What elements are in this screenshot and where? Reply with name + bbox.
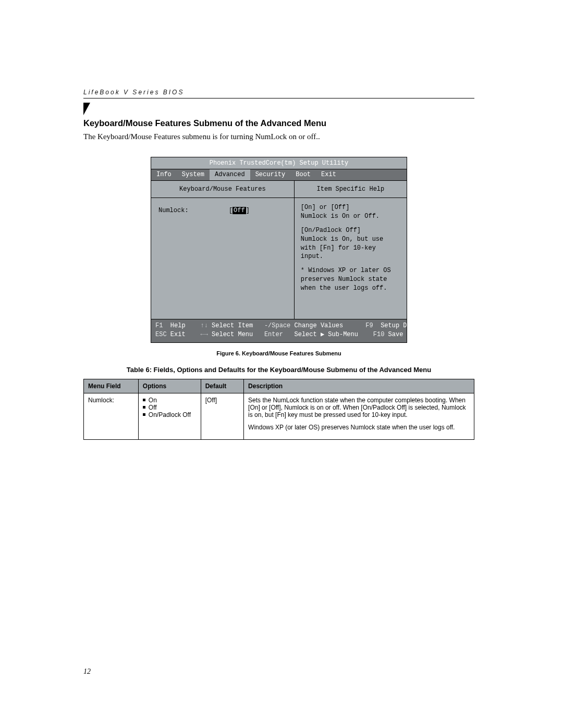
bios-screenshot: Phoenix TrustedCore(tm) Setup Utility In… [151, 157, 407, 343]
cell-default: [Off] [201, 393, 243, 439]
bios-main-area: Keyboard/Mouse Features Numlock: [Off] I… [151, 181, 407, 319]
key-hint-select-submenu: Enter Select ▶ Sub-Menu [264, 330, 373, 339]
bios-help-panel: Item Specific Help [On] or [Off] Numlock… [295, 181, 407, 319]
bios-field-numlock[interactable]: Numlock: [Off] [158, 206, 289, 215]
cell-menu-field: Numlock: [84, 393, 139, 439]
table-row: Numlock: On Off On/Padlock Off [Off] Set… [84, 393, 474, 439]
bios-help-text: [On/Padlock Off] Numlock is On, but use … [301, 226, 400, 261]
bios-key-legend: F1 Help ↑↓ Select Item -/Space Change Va… [151, 319, 407, 342]
header-rule [83, 98, 474, 98]
description-text: Windows XP (or later OS) preserves Numlo… [248, 424, 470, 431]
page-number: 12 [83, 668, 91, 676]
option-item: Off [143, 404, 197, 411]
table-header-row: Menu Field Options Default Description [84, 379, 474, 393]
section-title: Keyboard/Mouse Features Submenu of the A… [83, 118, 474, 128]
bios-tab-info[interactable]: Info [151, 169, 177, 180]
bios-help-body: [On] or [Off] Numlock is On or Off. [On/… [295, 198, 407, 319]
bios-field-value-text: Off [232, 207, 246, 214]
bios-window-title: Phoenix TrustedCore(tm) Setup Utility [151, 157, 407, 169]
bios-tab-security[interactable]: Security [250, 169, 291, 180]
bios-help-title: Item Specific Help [295, 181, 407, 199]
key-hint-exit: ESC Exit [155, 330, 200, 339]
description-text: Sets the NumLock function state when the… [248, 397, 470, 418]
bios-menu-bar: Info System Advanced Security Boot Exit [151, 169, 407, 181]
page-corner-marker [83, 103, 90, 115]
key-hint-select-menu: ←→ Select Menu [200, 330, 264, 339]
bios-left-panel-title: Keyboard/Mouse Features [151, 181, 294, 199]
key-hint-setup-defaults: F9 Setup Defaults [365, 322, 433, 330]
spec-table: Menu Field Options Default Description N… [83, 379, 474, 440]
cell-options: On Off On/Padlock Off [138, 393, 201, 439]
figure-caption: Figure 6. Keyboard/Mouse Features Submen… [83, 350, 474, 356]
th-options: Options [138, 379, 201, 393]
th-default: Default [201, 379, 243, 393]
document-page: LifeBook V Series BIOS Keyboard/Mouse Fe… [0, 0, 563, 728]
key-hint-save-exit: F10 Save and Exit [373, 330, 437, 339]
key-hint-select-item: ↑↓ Select Item [200, 322, 264, 330]
bios-field-label: Numlock: [158, 206, 229, 215]
table-title: Table 6: Fields, Options and Defaults fo… [83, 366, 474, 374]
bios-tab-system[interactable]: System [177, 169, 210, 180]
running-header: LifeBook V Series BIOS [83, 89, 474, 96]
bios-tab-advanced[interactable]: Advanced [210, 169, 250, 180]
option-item: On/Padlock Off [143, 411, 197, 418]
option-item: On [143, 397, 197, 404]
th-description: Description [244, 379, 474, 393]
bios-field-value[interactable]: [Off] [229, 206, 250, 215]
bios-tab-exit[interactable]: Exit [316, 169, 341, 180]
key-hint-help: F1 Help [155, 322, 200, 330]
bios-tab-boot[interactable]: Boot [290, 169, 316, 180]
bios-left-panel-body: Numlock: [Off] [151, 198, 294, 319]
bios-help-text: * Windows XP or later OS preserves Numlo… [301, 266, 400, 292]
bios-left-panel: Keyboard/Mouse Features Numlock: [Off] [151, 181, 295, 319]
key-hint-change-values: -/Space Change Values [264, 322, 365, 330]
section-intro-text: The Keyboard/Mouse Features submenu is f… [83, 132, 474, 141]
bios-help-text: [On] or [Off] Numlock is On or Off. [301, 203, 400, 221]
cell-description: Sets the NumLock function state when the… [244, 393, 474, 439]
th-menu-field: Menu Field [84, 379, 139, 393]
